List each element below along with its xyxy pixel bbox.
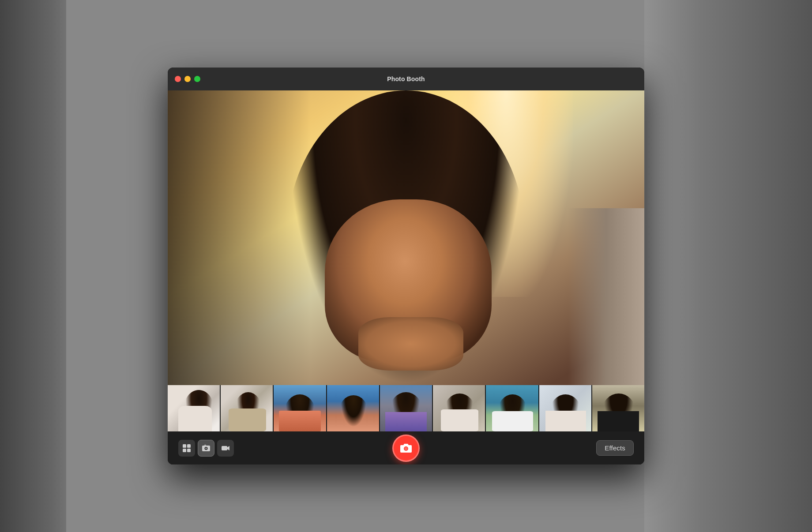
grid-view-button[interactable] — [178, 440, 195, 457]
maximize-button[interactable] — [194, 76, 200, 82]
window-title: Photo Booth — [387, 75, 425, 82]
camera-icon — [400, 442, 412, 454]
svg-point-10 — [405, 447, 408, 450]
photo-icon — [202, 444, 211, 453]
shutter-button-wrapper — [392, 435, 420, 462]
svg-point-11 — [409, 446, 410, 447]
thumbnails-strip — [168, 385, 644, 431]
shutter-button[interactable] — [392, 435, 420, 462]
thumbnail-4[interactable] — [327, 385, 379, 431]
controls-left-group — [178, 440, 234, 457]
video-mode-button[interactable] — [217, 440, 234, 457]
svg-rect-8 — [222, 446, 227, 450]
titlebar: Photo Booth — [168, 67, 644, 90]
thumbnail-7[interactable] — [486, 385, 538, 431]
grid-icon — [182, 444, 191, 453]
svg-point-6 — [205, 447, 207, 449]
camera-feed — [168, 90, 644, 385]
photo-mode-button[interactable] — [198, 440, 214, 457]
thumbnail-6[interactable] — [433, 385, 485, 431]
thumbnail-3[interactable] — [274, 385, 326, 431]
bg-right-person — [627, 0, 812, 532]
thumbnail-2[interactable] — [221, 385, 273, 431]
svg-rect-1 — [187, 444, 191, 448]
svg-rect-3 — [187, 449, 191, 452]
camera-preview — [168, 90, 644, 385]
thumbnail-5[interactable] — [380, 385, 432, 431]
svg-rect-7 — [204, 445, 206, 446]
thumbnail-9[interactable] — [592, 385, 644, 431]
photo-booth-window: Photo Booth — [168, 67, 644, 465]
thumbnail-1[interactable] — [168, 385, 220, 431]
minimize-button[interactable] — [184, 76, 191, 82]
effects-button[interactable]: Effects — [596, 440, 634, 456]
controls-bar: Effects — [168, 431, 644, 465]
close-button[interactable] — [175, 76, 181, 82]
svg-rect-0 — [183, 444, 186, 448]
bottom-bar: Effects — [168, 385, 644, 465]
traffic-lights — [175, 76, 200, 82]
thumbnail-8[interactable] — [539, 385, 591, 431]
svg-rect-2 — [183, 449, 186, 452]
video-icon — [221, 444, 230, 453]
